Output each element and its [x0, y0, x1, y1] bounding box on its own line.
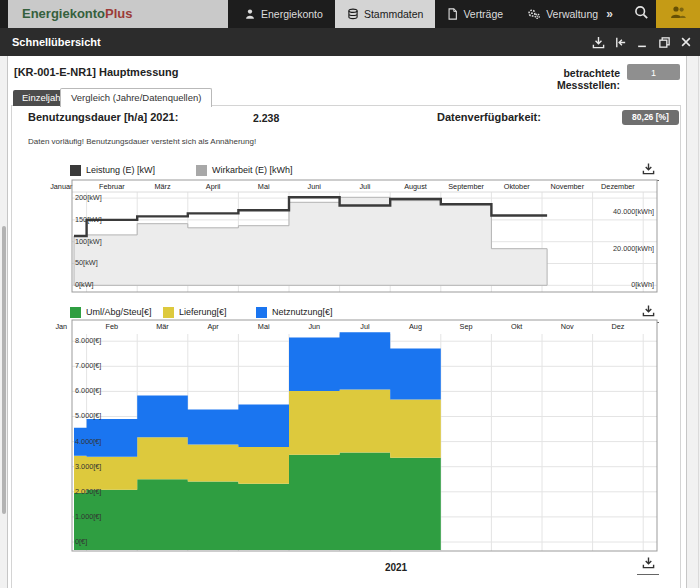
svg-text:Nov: Nov: [561, 322, 574, 331]
download-icon: [642, 162, 655, 176]
nav-item-label: Verträge: [463, 8, 503, 20]
page-left-edge: [0, 56, 8, 588]
svg-text:6.000[€]: 6.000[€]: [75, 386, 101, 395]
collapse-left-icon: [614, 36, 627, 49]
legend-item: Uml/Abg/Steu[€]: [70, 307, 163, 318]
svg-text:Jul: Jul: [360, 322, 370, 331]
close-icon: [680, 36, 692, 48]
svg-text:Aug: Aug: [409, 322, 422, 331]
legend-swatch-icon: [70, 165, 81, 176]
person-icon: [244, 8, 256, 20]
nav-item-energiekonto[interactable]: Energiekonto: [232, 0, 335, 28]
svg-text:2.000[€]: 2.000[€]: [75, 487, 101, 496]
svg-text:März: März: [154, 182, 171, 191]
svg-text:Sep: Sep: [460, 322, 473, 331]
left-scrollbar-handle[interactable]: [2, 226, 6, 514]
dialog-title: Schnellübersicht: [12, 36, 101, 48]
legend-item: Lieferung[€]: [163, 307, 256, 318]
search-icon: [634, 5, 649, 24]
svg-text:Feb: Feb: [106, 322, 119, 331]
kosten-chart: 0[€]1.000[€]2.000[€]3.000[€]4.000[€]5.00…: [20, 318, 672, 553]
window-controls: [590, 28, 694, 56]
preliminary-data-note: Daten vorläufig! Benutzungsdauer versteh…: [28, 137, 256, 146]
datenverfuegbarkeit-label: Datenverfügbarkeit:: [437, 111, 541, 123]
svg-text:7.000[€]: 7.000[€]: [75, 361, 101, 370]
svg-text:Juni: Juni: [308, 182, 322, 191]
nav-item-label: Verwaltung: [546, 8, 598, 20]
minimize-button[interactable]: [634, 34, 650, 50]
legend-swatch-icon: [256, 307, 267, 318]
svg-text:0[kWh]: 0[kWh]: [631, 280, 654, 289]
overview-download-button[interactable]: [637, 556, 659, 575]
svg-text:Oktober: Oktober: [504, 182, 531, 191]
svg-text:Jan: Jan: [55, 322, 67, 331]
restore-button[interactable]: [656, 34, 672, 50]
benutzungsdauer-label: Benutzungsdauer [h/a] 2021:: [28, 111, 178, 123]
legend-item: Wirkarbeit (E) [kWh]: [196, 165, 322, 176]
tab-vergleich[interactable]: Vergleich (Jahre/Datenquellen): [60, 88, 212, 107]
logo-part-2: Plus: [105, 6, 132, 21]
measurement-title: [KR-001-E-NR1] Hauptmessung: [14, 66, 178, 78]
svg-text:150[kW]: 150[kW]: [75, 215, 102, 224]
legend-item: Leistung (E) [kW]: [70, 165, 196, 176]
top-nav-bar: EnergiekontoPlus EnergiekontoStammdatenV…: [0, 0, 700, 28]
leistung-wirkarbeit-chart: 0[kW]50[kW]100[kW]150[kW]200[kW]0[kWh]20…: [20, 179, 672, 293]
logo-part-1: Energiekonto: [22, 6, 105, 21]
users-icon: [669, 5, 687, 23]
svg-text:November: November: [550, 182, 584, 191]
page-right-edge: [686, 56, 700, 588]
svg-text:Mai: Mai: [258, 182, 270, 191]
gears-icon: [527, 8, 541, 20]
nav-item-stammdaten[interactable]: Stammdaten: [335, 0, 436, 28]
nav-overflow-button[interactable]: »: [592, 7, 626, 21]
svg-text:Juli: Juli: [359, 182, 370, 191]
legend-item: Netznutzung[€]: [256, 307, 349, 318]
close-button[interactable]: [678, 34, 694, 50]
svg-text:Jun: Jun: [308, 322, 320, 331]
search-button[interactable]: [626, 0, 656, 28]
svg-text:Dezember: Dezember: [601, 182, 635, 191]
svg-text:4.000[€]: 4.000[€]: [75, 437, 101, 446]
svg-text:Dez: Dez: [611, 322, 624, 331]
legend-label: Wirkarbeit (E) [kWh]: [212, 165, 293, 175]
svg-text:0[kW]: 0[kW]: [75, 280, 94, 289]
user-account-button[interactable]: [656, 0, 700, 28]
document-icon: [447, 8, 458, 20]
legend-label: Uml/Abg/Steu[€]: [86, 307, 152, 317]
svg-text:Januar: Januar: [50, 182, 73, 191]
datenverfuegbarkeit-badge: 80,26 [%]: [622, 110, 679, 125]
chart-year-label: 2021: [348, 562, 444, 573]
download-icon: [592, 36, 605, 49]
svg-text:Mai: Mai: [258, 322, 270, 331]
legend-swatch-icon: [163, 307, 174, 318]
svg-text:Okt: Okt: [511, 322, 522, 331]
legend-swatch-icon: [196, 165, 207, 176]
messstellen-anzeigen-button[interactable]: 1 anzeigen: [627, 64, 680, 80]
svg-text:April: April: [206, 182, 221, 191]
svg-text:August: August: [404, 182, 427, 191]
legend-label: Lieferung[€]: [179, 307, 227, 317]
svg-text:50[kW]: 50[kW]: [75, 258, 98, 267]
download-icon: [642, 304, 655, 318]
nav-item-label: Stammdaten: [364, 8, 424, 20]
legend-label: Netznutzung[€]: [272, 307, 333, 317]
collapse-left-button[interactable]: [612, 34, 628, 50]
svg-text:0[€]: 0[€]: [75, 537, 87, 546]
minimize-icon: [636, 36, 648, 49]
svg-text:Februar: Februar: [99, 182, 125, 191]
svg-text:40.000[kWh]: 40.000[kWh]: [613, 207, 654, 216]
nav-item-verträge[interactable]: Verträge: [435, 0, 515, 28]
svg-text:200[kW]: 200[kW]: [75, 193, 102, 202]
power-chart-legend: Leistung (E) [kW]Wirkarbeit (E) [kWh]: [70, 164, 322, 176]
app-logo: EnergiekontoPlus: [8, 0, 228, 28]
svg-text:5.000[€]: 5.000[€]: [75, 411, 101, 420]
benutzungsdauer-value: 2.238: [253, 112, 279, 124]
svg-text:September: September: [448, 182, 484, 191]
messstellen-label: betrachtete Messstellen:: [500, 67, 620, 91]
legend-swatch-icon: [70, 307, 81, 318]
svg-text:100[kW]: 100[kW]: [75, 237, 102, 246]
download-button[interactable]: [590, 34, 606, 50]
legend-label: Leistung (E) [kW]: [86, 165, 155, 175]
svg-text:Apr: Apr: [207, 322, 219, 331]
restore-icon: [658, 36, 671, 49]
